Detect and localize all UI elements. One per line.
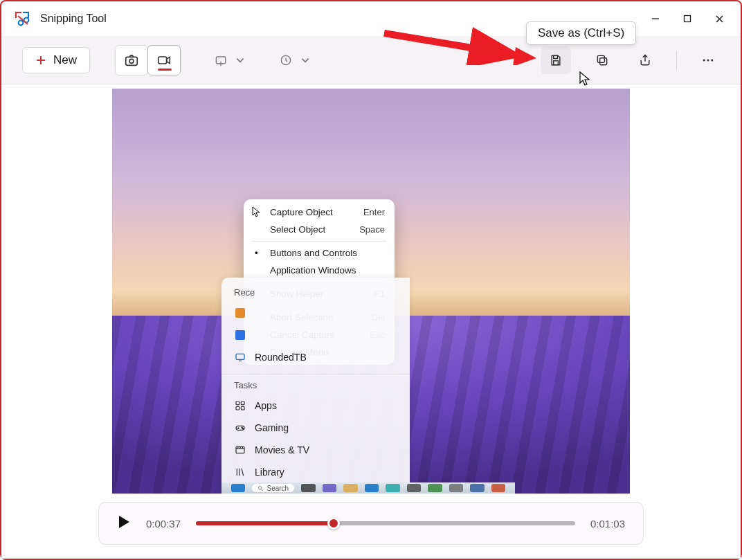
taskbar-app-icon[interactable] — [407, 484, 421, 492]
ctx-buttons-controls[interactable]: Buttons and Controls — [244, 244, 395, 262]
taskbar-search[interactable]: Search — [252, 484, 294, 492]
copy-button[interactable] — [590, 48, 614, 72]
svg-rect-22 — [600, 57, 607, 64]
svg-rect-33 — [236, 401, 239, 405]
photo-mode-button[interactable] — [115, 45, 148, 75]
svg-rect-13 — [126, 57, 138, 65]
controller-icon — [234, 422, 246, 434]
snip-shape-dropdown[interactable] — [209, 48, 245, 72]
svg-point-40 — [242, 427, 242, 428]
minimize-button[interactable] — [640, 5, 671, 33]
ellipsis-icon — [701, 53, 715, 67]
task-library[interactable]: Library — [221, 461, 410, 483]
apps-icon — [234, 399, 246, 412]
save-button[interactable] — [541, 46, 571, 74]
start-recommended-panel: Rece RoundedTB Tasks Apps Gaming Movies … — [221, 278, 410, 494]
svg-point-25 — [707, 59, 709, 61]
svg-rect-23 — [597, 55, 604, 62]
taskbar-app-icon[interactable] — [491, 484, 505, 492]
recent-item[interactable] — [221, 302, 410, 324]
svg-point-24 — [703, 59, 705, 61]
svg-rect-21 — [554, 60, 559, 64]
svg-rect-20 — [554, 55, 558, 58]
svg-point-14 — [129, 59, 134, 63]
separator — [676, 51, 677, 69]
save-as-tooltip: Save as (Ctrl+S) — [526, 21, 636, 45]
svg-rect-3 — [28, 12, 29, 18]
play-icon — [117, 514, 131, 530]
recording-preview: Capture ObjectEnter Select ObjectSpace B… — [112, 89, 630, 494]
svg-rect-30 — [235, 330, 245, 340]
selected-mode-indicator — [158, 69, 172, 71]
ctx-select-object[interactable]: Select ObjectSpace — [244, 221, 395, 238]
svg-rect-31 — [236, 354, 244, 359]
save-icon — [549, 53, 563, 67]
app-icon — [234, 329, 246, 341]
svg-point-41 — [242, 428, 243, 429]
more-button[interactable] — [696, 48, 720, 72]
film-icon — [234, 444, 246, 456]
recent-item-roundedtb[interactable]: RoundedTB — [221, 346, 410, 368]
app-icon — [234, 307, 246, 319]
snipping-tool-app-icon — [14, 10, 30, 27]
chevron-down-icon — [235, 55, 245, 65]
task-apps[interactable]: Apps — [221, 395, 410, 417]
recent-header: Rece — [221, 287, 410, 302]
svg-point-4 — [19, 21, 24, 26]
current-time: 0:00:37 — [146, 518, 181, 530]
chevron-down-icon — [300, 55, 310, 65]
svg-rect-8 — [685, 16, 691, 22]
taskbar-app-icon[interactable] — [343, 484, 357, 492]
play-button[interactable] — [117, 514, 131, 532]
video-mode-button[interactable] — [147, 45, 181, 75]
taskbar-app-icon[interactable] — [323, 484, 336, 492]
taskbar-app-icon[interactable] — [428, 484, 442, 492]
content-area: Capture ObjectEnter Select ObjectSpace B… — [1, 84, 741, 559]
svg-rect-35 — [236, 406, 239, 410]
clock-icon — [274, 48, 298, 72]
ctx-capture-object[interactable]: Capture ObjectEnter — [244, 204, 395, 221]
seek-fill — [196, 521, 334, 525]
playback-bar: 0:00:37 0:01:03 — [98, 502, 644, 545]
rectangle-shape-icon — [209, 48, 233, 72]
taskbar-app-icon[interactable] — [301, 484, 315, 492]
app-title: Snipping Tool — [40, 12, 107, 25]
seek-track[interactable] — [196, 521, 575, 525]
seek-knob[interactable] — [327, 517, 340, 530]
tasks-header: Tasks — [221, 380, 410, 395]
taskbar-app-icon[interactable] — [365, 484, 379, 492]
cursor-icon — [252, 206, 262, 217]
recent-item[interactable] — [221, 324, 410, 346]
svg-rect-1 — [15, 12, 17, 18]
copy-icon — [595, 53, 609, 67]
svg-line-49 — [242, 469, 244, 476]
app-window: Snipping Tool New — [0, 0, 742, 560]
share-button[interactable] — [633, 48, 657, 72]
svg-point-26 — [711, 59, 713, 61]
svg-line-51 — [262, 489, 263, 490]
ctx-application-windows[interactable]: Application Windows — [244, 262, 395, 279]
close-button[interactable] — [703, 5, 735, 33]
svg-rect-36 — [241, 406, 244, 410]
taskbar-app-icon[interactable] — [470, 484, 484, 492]
maximize-button[interactable] — [671, 5, 703, 33]
start-icon[interactable] — [231, 484, 245, 492]
svg-rect-34 — [241, 401, 244, 405]
new-button-label: New — [53, 53, 77, 67]
svg-rect-15 — [159, 56, 167, 63]
new-button[interactable]: New — [22, 47, 90, 73]
share-icon — [638, 53, 652, 67]
svg-point-50 — [259, 486, 262, 489]
total-time: 0:01:03 — [590, 518, 625, 530]
taskbar-app-icon[interactable] — [386, 484, 399, 492]
monitor-icon — [234, 351, 246, 363]
library-icon — [234, 466, 246, 478]
task-gaming[interactable]: Gaming — [221, 417, 410, 439]
svg-rect-29 — [235, 308, 245, 318]
taskbar-app-icon[interactable] — [449, 484, 463, 492]
taskbar: Search — [221, 482, 515, 494]
task-movies-tv[interactable]: Movies & TV — [221, 439, 410, 461]
delay-dropdown[interactable] — [274, 48, 310, 72]
